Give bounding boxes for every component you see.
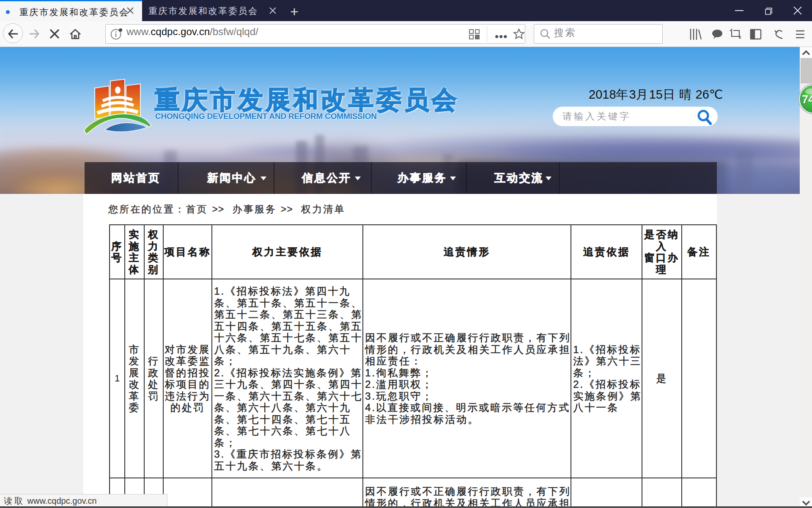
svg-text:74: 74: [802, 93, 812, 106]
